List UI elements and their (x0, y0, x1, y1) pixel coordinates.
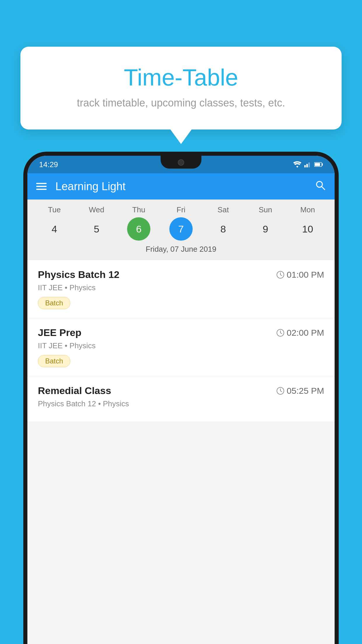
schedule-item-1-meta: IIT JEE • Physics (38, 283, 324, 292)
day-header-mon: Mon (296, 205, 319, 214)
clock-icon (276, 271, 284, 279)
app-title: Learning Light (55, 180, 306, 193)
svg-rect-5 (315, 163, 320, 166)
day-header-sun: Sun (254, 205, 277, 214)
svg-rect-1 (306, 164, 308, 167)
calendar-section: Tue Wed Thu Fri Sat Sun Mon 4 5 6 7 8 9 … (27, 200, 335, 260)
clock-icon-3 (276, 387, 284, 395)
search-button[interactable] (315, 180, 326, 193)
phone-notch (161, 156, 201, 169)
schedule-item-1-header: Physics Batch 12 01:00 PM (38, 269, 324, 280)
wifi-icon (293, 161, 301, 168)
schedule-item-2-header: JEE Prep 02:00 PM (38, 327, 324, 338)
svg-rect-4 (322, 163, 323, 166)
battery-icon (314, 162, 323, 167)
tooltip-title: Time-Table (38, 64, 324, 91)
tooltip-card: Time-Table track timetable, upcoming cla… (20, 47, 342, 130)
day-9[interactable]: 9 (254, 217, 277, 241)
schedule-item-3[interactable]: Remedial Class 05:25 PM Physics Batch 12… (27, 376, 335, 422)
time-text-3: 05:25 PM (287, 386, 324, 396)
hamburger-menu-button[interactable] (36, 183, 47, 190)
status-time: 14:29 (39, 160, 58, 169)
day-10[interactable]: 10 (296, 217, 319, 241)
app-bar: Learning Light (27, 173, 335, 200)
day-8[interactable]: 8 (212, 217, 235, 241)
schedule-item-1-badge: Batch (38, 297, 70, 309)
schedule-item-3-header: Remedial Class 05:25 PM (38, 385, 324, 396)
day-6-today[interactable]: 6 (127, 217, 150, 241)
clock-icon-2 (276, 329, 284, 337)
camera (178, 159, 184, 166)
schedule-item-1-name: Physics Batch 12 (38, 269, 120, 280)
day-numbers: 4 5 6 7 8 9 10 (27, 217, 335, 241)
schedule-item-2-badge: Batch (38, 355, 70, 367)
time-text-2: 02:00 PM (287, 328, 324, 338)
day-5[interactable]: 5 (85, 217, 108, 241)
day-header-tue: Tue (43, 205, 66, 214)
day-4[interactable]: 4 (43, 217, 66, 241)
schedule-item-1[interactable]: Physics Batch 12 01:00 PM IIT JEE • Phys… (27, 260, 335, 318)
day-header-wed: Wed (85, 205, 108, 214)
day-header-fri: Fri (169, 205, 193, 214)
day-7-selected[interactable]: 7 (169, 217, 193, 241)
day-headers: Tue Wed Thu Fri Sat Sun Mon (27, 205, 335, 214)
time-text-1: 01:00 PM (287, 270, 324, 280)
phone-inner: 14:29 (27, 156, 335, 644)
schedule-item-3-time: 05:25 PM (276, 386, 324, 396)
schedule-item-1-time: 01:00 PM (276, 270, 324, 280)
day-header-thu: Thu (127, 205, 150, 214)
schedule-item-2-meta: IIT JEE • Physics (38, 341, 324, 350)
schedule-item-3-name: Remedial Class (38, 385, 111, 396)
phone-frame: 14:29 (23, 152, 339, 644)
day-header-sat: Sat (212, 205, 235, 214)
schedule-item-2[interactable]: JEE Prep 02:00 PM IIT JEE • Physics Batc… (27, 318, 335, 376)
svg-rect-0 (304, 165, 306, 167)
schedule-item-3-meta: Physics Batch 12 • Physics (38, 399, 324, 408)
svg-line-7 (321, 186, 325, 190)
schedule-item-2-time: 02:00 PM (276, 328, 324, 338)
svg-rect-2 (308, 162, 310, 167)
schedule-item-2-name: JEE Prep (38, 327, 81, 338)
selected-date-label: Friday, 07 June 2019 (27, 241, 335, 257)
tooltip-subtitle: track timetable, upcoming classes, tests… (38, 97, 324, 109)
status-icons (293, 161, 323, 168)
signal-icon (304, 162, 311, 167)
schedule-list: Physics Batch 12 01:00 PM IIT JEE • Phys… (27, 260, 335, 422)
